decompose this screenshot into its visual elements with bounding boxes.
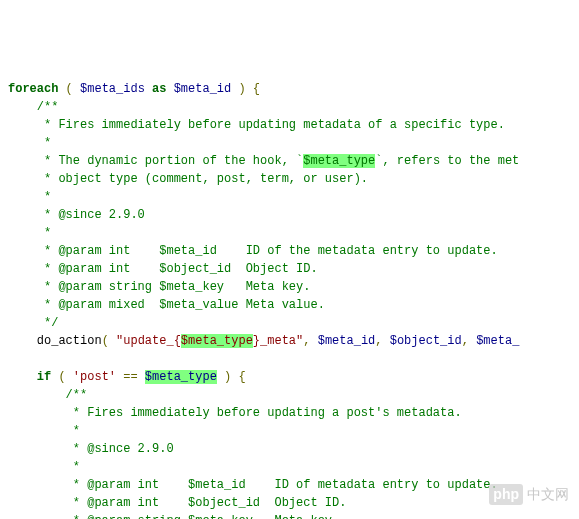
var: $object_id: [390, 334, 462, 348]
comment-line: * @param int $object_id Object ID.: [8, 262, 318, 276]
comment-line: * @param int $meta_id ID of metadata ent…: [8, 478, 498, 492]
fn-do-action: do_action: [8, 334, 102, 348]
comment-line: * Fires immediately before updating meta…: [8, 118, 505, 132]
comment-line: `, refers to the met: [375, 154, 519, 168]
string: 'post': [73, 370, 116, 384]
keyword-foreach: foreach: [8, 82, 58, 96]
comment-line: *: [8, 190, 51, 204]
watermark: php 中文网: [489, 484, 569, 505]
comment-line: *: [8, 460, 80, 474]
comment-line: *: [8, 226, 51, 240]
paren: (: [58, 82, 80, 96]
watermark-logo: php: [489, 484, 523, 505]
comment-line: * @param string $meta_key Meta key.: [8, 280, 310, 294]
watermark-text: 中文网: [527, 484, 569, 505]
highlight-meta-type: $meta_type: [145, 370, 217, 384]
var-meta-ids: $meta_ids: [80, 82, 145, 96]
comment-line: * @since 2.9.0: [8, 442, 174, 456]
string: }_meta": [253, 334, 303, 348]
operator-eq: ==: [116, 370, 145, 384]
comma: ,: [462, 334, 476, 348]
var: $meta_id: [318, 334, 376, 348]
comment-line: * @param mixed $meta_value Meta value.: [8, 298, 325, 312]
keyword-as: as: [145, 82, 174, 96]
code-block: foreach ( $meta_ids as $meta_id ) { /** …: [8, 80, 571, 519]
comma: ,: [303, 334, 317, 348]
brace: ) {: [231, 82, 260, 96]
comma: ,: [375, 334, 389, 348]
comment-line: * Fires immediately before updating a po…: [8, 406, 462, 420]
paren: (: [102, 334, 116, 348]
highlight-meta-type: $meta_type: [181, 334, 253, 348]
comment-line: * @param int $meta_id ID of the metadata…: [8, 244, 498, 258]
comment-line: */: [8, 316, 58, 330]
comment-line: /**: [8, 388, 87, 402]
comment-line: * @param string $meta_key Meta key.: [8, 514, 339, 519]
paren: (: [51, 370, 73, 384]
comment-line: * The dynamic portion of the hook, `: [8, 154, 303, 168]
var: $meta_: [476, 334, 519, 348]
comment-line: * object type (comment, post, term, or u…: [8, 172, 368, 186]
comment-line: *: [8, 424, 80, 438]
comment-line: /**: [8, 100, 58, 114]
comment-line: * @param int $object_id Object ID.: [8, 496, 346, 510]
string: "update_{: [116, 334, 181, 348]
keyword-if: if: [8, 370, 51, 384]
brace: ) {: [217, 370, 246, 384]
highlight-meta-type: $meta_type: [303, 154, 375, 168]
comment-line: * @since 2.9.0: [8, 208, 145, 222]
comment-line: *: [8, 136, 51, 150]
var-meta-id: $meta_id: [174, 82, 232, 96]
